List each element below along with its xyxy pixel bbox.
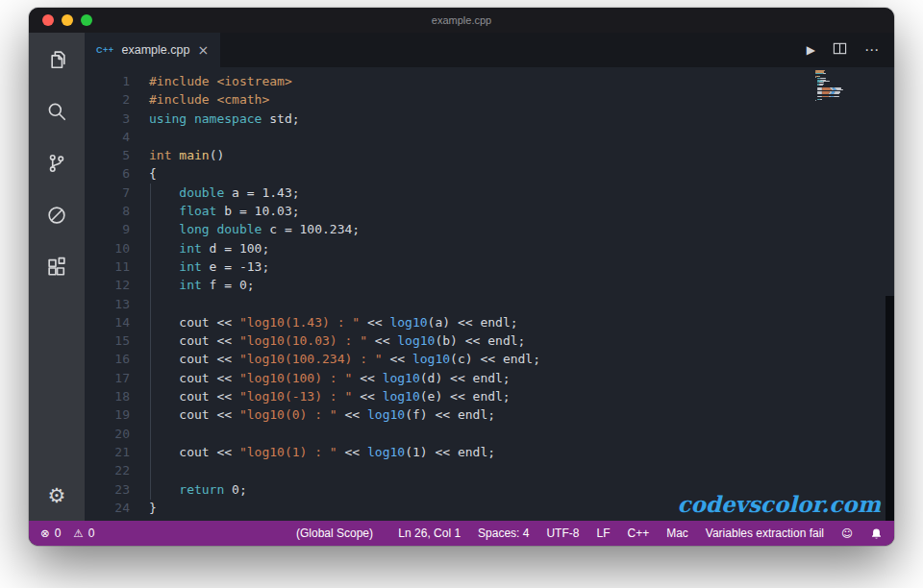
code-text: cout << "log10(1.43) : " << log10(a) << … — [130, 313, 518, 331]
code-line[interactable]: 6{ — [85, 164, 894, 183]
status-item-mac[interactable]: Mac — [666, 527, 688, 540]
line-number[interactable]: 17 — [85, 369, 130, 387]
errors-icon[interactable]: ⊗ — [40, 527, 50, 540]
source-control-icon[interactable] — [45, 152, 68, 175]
code-text — [130, 295, 149, 313]
line-number[interactable]: 18 — [85, 387, 130, 405]
status-item-spaces-4[interactable]: Spaces: 4 — [478, 527, 529, 540]
code-line[interactable]: 7 double a = 1.43; — [85, 184, 894, 202]
status-item-utf-8[interactable]: UTF-8 — [546, 527, 579, 540]
tab-label: example.cpp — [122, 43, 190, 57]
code-line[interactable]: 10 int d = 100; — [85, 239, 894, 257]
status-scope[interactable]: (Global Scope) — [296, 521, 373, 546]
code-text: cout << "log10(100.234) : " << log10(c) … — [130, 350, 540, 368]
code-line[interactable]: 4 — [85, 128, 894, 146]
code-line[interactable]: 3using namespace std; — [85, 110, 894, 128]
explorer-icon[interactable] — [45, 48, 68, 71]
window-title: example.cpp — [29, 8, 894, 33]
code-text: int main() — [130, 146, 224, 164]
code-line[interactable]: 15 cout << "log10(10.03) : " << log10(b)… — [85, 331, 894, 350]
line-number[interactable]: 7 — [85, 184, 130, 202]
status-item-lf[interactable]: LF — [596, 527, 610, 540]
line-number[interactable]: 23 — [85, 480, 130, 499]
code-line[interactable]: 20 — [85, 425, 894, 443]
split-editor-icon[interactable] — [833, 41, 847, 60]
code-line[interactable]: 13 — [85, 295, 894, 313]
line-number[interactable]: 11 — [85, 257, 130, 276]
problems-summary[interactable]: ⊗ 0 ⚠ 0 — [40, 527, 94, 540]
code-line[interactable]: 18 cout << "log10(-13) : " << log10(e) <… — [85, 387, 894, 405]
warnings-count[interactable]: 0 — [88, 527, 95, 540]
code-line[interactable]: 9 long double c = 100.234; — [85, 220, 894, 238]
code-text — [130, 128, 149, 146]
tab-example-cpp[interactable]: C++ example.cpp × — [85, 33, 220, 67]
code-text: int e = -13; — [130, 257, 269, 276]
code-line[interactable]: 17 cout << "log10(100) : " << log10(d) <… — [85, 369, 894, 387]
line-number[interactable]: 5 — [85, 146, 130, 164]
scrollbar[interactable] — [886, 296, 894, 521]
code-line[interactable]: 2#include <cmath> — [85, 90, 894, 109]
line-number[interactable]: 12 — [85, 276, 130, 294]
close-tab-icon[interactable]: × — [197, 43, 209, 57]
code-line[interactable]: 5int main() — [85, 146, 894, 164]
activity-bar: ⚙ — [29, 33, 85, 521]
code-line[interactable]: 12 int f = 0; — [85, 276, 894, 294]
code-line[interactable]: 19 cout << "log10(0) : " << log10(f) << … — [85, 405, 894, 424]
line-number[interactable]: 10 — [85, 239, 130, 257]
blocked-circle-slash-icon[interactable] — [45, 204, 68, 227]
minimap[interactable] — [815, 70, 850, 101]
code-line[interactable]: 14 cout << "log10(1.43) : " << log10(a) … — [85, 313, 894, 331]
line-number[interactable]: 4 — [85, 128, 130, 146]
line-number[interactable]: 15 — [85, 331, 130, 350]
more-actions-icon[interactable]: ⋯ — [864, 41, 879, 59]
line-number[interactable]: 20 — [85, 425, 130, 443]
watermark: codevscolor.com — [678, 495, 882, 513]
code-text — [130, 461, 149, 479]
code-line[interactable]: 8 float b = 10.03; — [85, 202, 894, 220]
code-text: cout << "log10(-13) : " << log10(e) << e… — [130, 387, 511, 405]
code-text: #include <cmath> — [130, 90, 269, 109]
code-line[interactable]: 22 — [85, 461, 894, 479]
line-number[interactable]: 19 — [85, 405, 130, 424]
vscode-window: example.cpp — [29, 8, 894, 546]
settings-gear-icon[interactable]: ⚙ — [48, 484, 66, 507]
notifications-bell-icon[interactable] — [870, 527, 883, 540]
line-number[interactable]: 13 — [85, 295, 130, 313]
window-body: ⚙ C++ example.cpp × ▶ — [29, 33, 894, 521]
code-text: float b = 10.03; — [130, 202, 300, 220]
status-right: Ln 26, Col 1Spaces: 4UTF-8LFC++MacVariab… — [398, 527, 883, 540]
desktop: example.cpp — [0, 0, 923, 588]
code-text: } — [130, 499, 157, 517]
line-number[interactable]: 22 — [85, 461, 130, 479]
line-number[interactable]: 2 — [85, 90, 130, 109]
status-item-variables-extraction-fail[interactable]: Variables extraction fail — [706, 527, 824, 540]
status-item-ln-26-col-1[interactable]: Ln 26, Col 1 — [398, 527, 461, 540]
line-number[interactable]: 3 — [85, 110, 130, 128]
line-number[interactable]: 16 — [85, 350, 130, 368]
code-line[interactable]: 21 cout << "log10(1) : " << log10(1) << … — [85, 443, 894, 461]
line-number[interactable]: 6 — [85, 164, 130, 183]
run-button[interactable]: ▶ — [807, 43, 815, 57]
code-text: { — [130, 164, 157, 183]
feedback-smiley-icon[interactable]: ☺ — [841, 527, 853, 540]
cpp-file-icon: C++ — [96, 45, 114, 55]
line-number[interactable]: 21 — [85, 443, 130, 461]
line-number[interactable]: 1 — [85, 72, 130, 90]
line-number[interactable]: 9 — [85, 220, 130, 238]
code-text: long double c = 100.234; — [130, 220, 360, 238]
code-line[interactable]: 1#include <iostream> — [85, 72, 894, 90]
editor[interactable]: 1#include <iostream>2#include <cmath>3us… — [85, 67, 894, 521]
line-number[interactable]: 14 — [85, 313, 130, 331]
line-number[interactable]: 24 — [85, 499, 130, 517]
warnings-icon[interactable]: ⚠ — [73, 527, 83, 540]
code-line[interactable]: 16 cout << "log10(100.234) : " << log10(… — [85, 350, 894, 368]
code-text: #include <iostream> — [130, 72, 292, 90]
title-bar[interactable]: example.cpp — [29, 8, 894, 33]
errors-count[interactable]: 0 — [55, 527, 62, 540]
status-item-c[interactable]: C++ — [627, 527, 649, 540]
status-items: Ln 26, Col 1Spaces: 4UTF-8LFC++MacVariab… — [398, 527, 824, 540]
line-number[interactable]: 8 — [85, 202, 130, 220]
code-line[interactable]: 11 int e = -13; — [85, 257, 894, 276]
search-icon[interactable] — [45, 100, 68, 123]
extensions-icon[interactable] — [45, 256, 68, 279]
